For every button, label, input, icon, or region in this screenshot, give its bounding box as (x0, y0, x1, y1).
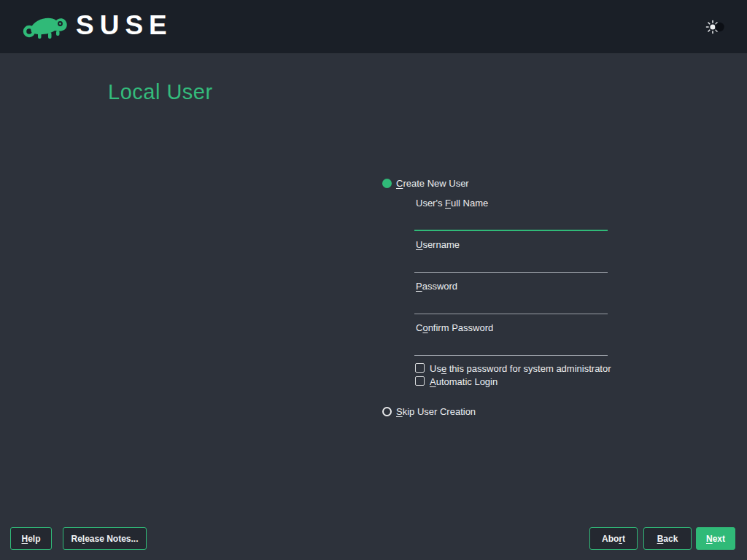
create-new-user-label[interactable]: Create New User (396, 178, 469, 189)
username-label: Username (416, 239, 460, 250)
brand-wordmark: SUSE (76, 10, 173, 41)
password-field[interactable] (414, 294, 608, 314)
create-new-user-radio[interactable] (382, 179, 392, 188)
username-field[interactable] (414, 252, 608, 273)
full-name-label: User's Full Name (416, 198, 488, 209)
abort-button[interactable]: Abort (589, 527, 638, 550)
automatic-login-checkbox[interactable] (415, 376, 425, 386)
password-label: Password (416, 281, 457, 292)
full-name-input[interactable] (414, 211, 608, 230)
next-button[interactable]: Next (696, 527, 735, 550)
back-button[interactable]: Back (643, 527, 692, 550)
confirm-password-label: Confirm Password (416, 322, 493, 333)
help-button[interactable]: Help (10, 527, 52, 550)
skip-user-creation-label[interactable]: Skip User Creation (396, 406, 476, 417)
automatic-login-label[interactable]: Automatic Login (430, 376, 498, 387)
full-name-field[interactable] (414, 211, 608, 231)
header-bar: SUSE (0, 0, 747, 53)
username-input[interactable] (414, 252, 608, 272)
confirm-password-field[interactable] (414, 335, 608, 356)
page-title: Local User (108, 80, 213, 104)
release-notes-button[interactable]: Release Notes... (63, 527, 147, 550)
use-password-for-admin-label[interactable]: Use this password for system administrat… (430, 363, 611, 374)
skip-user-creation-radio[interactable] (382, 407, 392, 416)
password-input[interactable] (414, 294, 608, 314)
suse-chameleon-logo (22, 12, 70, 41)
use-password-for-admin-checkbox[interactable] (415, 363, 425, 373)
confirm-password-input[interactable] (414, 335, 608, 355)
theme-toggle-icon[interactable] (705, 20, 727, 34)
